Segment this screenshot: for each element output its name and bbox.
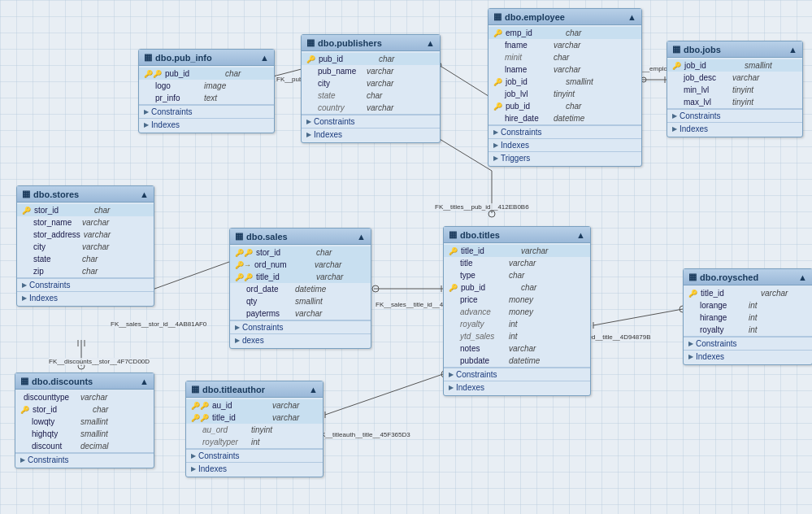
section-titles-indexes[interactable]: ▶ Indexes <box>444 381 590 394</box>
section-sales-constraints[interactable]: ▶ Constraints <box>230 320 371 333</box>
fk-label-discounts-stor: FK__discounts__stor__4F7CD00D <box>49 358 150 365</box>
table-icon-sales: ▦ <box>235 231 243 242</box>
field-roysched-title-id: 🔑 title_id varchar <box>684 287 812 299</box>
pk-icon: 🔑 <box>449 247 458 255</box>
section-jobs-constraints[interactable]: ▶ Constraints <box>667 109 802 122</box>
field-publishers-country: country varchar <box>302 102 440 114</box>
table-header-stores: ▦ dbo.stores ▲ <box>17 186 154 203</box>
svg-line-13 <box>148 262 229 291</box>
section-pub-info-constraints[interactable]: ▶ Constraints <box>139 105 274 118</box>
section-stores-indexes[interactable]: ▶ Indexes <box>17 291 154 304</box>
expand-icon: ▶ <box>688 340 693 347</box>
expand-icon: ▶ <box>306 131 311 138</box>
expand-icon: ▶ <box>144 108 149 115</box>
field-publishers-state: state char <box>302 89 440 102</box>
table-sales: ▦ dbo.sales ▲ 🔑🔑 stor_id char 🔑→ ord_num… <box>229 228 371 349</box>
section-roysched-indexes[interactable]: ▶ Indexes <box>684 350 812 363</box>
section-jobs-indexes[interactable]: ▶ Indexes <box>667 122 802 135</box>
section-pub-info-indexes[interactable]: ▶ Indexes <box>139 118 274 131</box>
table-discounts: ▦ dbo.discounts ▲ discounttype varchar 🔑… <box>15 372 154 468</box>
table-icon-employee: ▦ <box>493 11 502 22</box>
expand-icon: ▶ <box>493 155 498 162</box>
field-discounts-highqty: highqty smallint <box>15 428 154 440</box>
table-header-roysched: ▦ dbo.roysched ▲ <box>684 269 812 285</box>
table-header-publishers: ▦ dbo.publishers ▲ <box>302 35 440 51</box>
field-titleauthor-au-id: 🔑🔑 au_id varchar <box>186 399 323 412</box>
field-titles-pub-id: 🔑 pub_id char <box>444 281 590 294</box>
table-icon-jobs: ▦ <box>672 44 680 54</box>
expand-icon: ▶ <box>20 456 25 464</box>
table-jobs: ▦ dbo.jobs ▲ 🔑 job_id smallint job_desc … <box>667 41 803 137</box>
field-titles-notes: notes varchar <box>444 342 590 355</box>
field-sales-title-id: 🔑🔑 title_id varchar <box>230 271 371 283</box>
field-pub-info-pr-info: pr_info text <box>139 92 274 104</box>
fk-icon: 🔑 <box>493 102 502 111</box>
table-header-titles: ▦ dbo.titles ▲ <box>444 227 590 243</box>
table-header-jobs: ▦ dbo.jobs ▲ <box>667 41 802 58</box>
expand-icon: ▶ <box>191 452 196 460</box>
field-discounts-stor-id: 🔑 stor_id char <box>15 403 154 416</box>
pk-icon: 🔑🔑 <box>191 402 209 410</box>
field-publishers-pub-id: 🔑 pub_id char <box>302 53 440 65</box>
field-roysched-royalty: royalty int <box>684 324 812 336</box>
field-discounts-discounttype: discounttype varchar <box>15 391 154 403</box>
section-titleauthor-indexes[interactable]: ▶ Indexes <box>186 462 323 475</box>
field-stores-city: city varchar <box>17 241 154 253</box>
field-titles-title: title varchar <box>444 257 590 269</box>
expand-icon: ▶ <box>493 142 498 149</box>
pk-icon: 🔑🔑 <box>235 249 253 257</box>
section-stores-constraints[interactable]: ▶ Constraints <box>17 278 154 291</box>
table-icon-titles: ▦ <box>449 229 457 240</box>
table-icon-pub-info: ▦ <box>144 52 152 63</box>
section-sales-indexes[interactable]: ▶ dexes <box>230 333 371 346</box>
expand-icon: ▶ <box>449 384 454 391</box>
field-roysched-lorange: lorange int <box>684 299 812 311</box>
field-employee-pub-id: 🔑 pub_id char <box>489 100 641 112</box>
section-publishers-constraints[interactable]: ▶ Constraints <box>302 115 440 128</box>
field-titles-title-id: 🔑 title_id varchar <box>444 245 590 257</box>
table-publishers: ▦ dbo.publishers ▲ 🔑 pub_id char pub_nam… <box>301 34 441 143</box>
table-header-titleauthor: ▦ dbo.titleauthor ▲ <box>186 381 323 398</box>
field-titleauthor-royaltyper: royaltyper int <box>186 436 323 448</box>
section-employee-indexes[interactable]: ▶ Indexes <box>489 138 641 151</box>
field-jobs-min-lvl: min_lvl tinyint <box>667 84 802 96</box>
table-titles: ▦ dbo.titles ▲ 🔑 title_id varchar title … <box>443 226 591 396</box>
table-header-pub-info: ▦ dbo.pub_info ▲ <box>139 50 274 66</box>
field-pub-info-pub-id: 🔑🔑 pub_id char <box>139 68 274 80</box>
fk-label-sales-stor: FK__sales__stor_id__4AB81AF0 <box>111 320 206 328</box>
expand-icon: ▶ <box>191 465 196 473</box>
expand-icon: ▶ <box>449 371 454 378</box>
field-stores-stor-name: stor_name varchar <box>17 216 154 229</box>
table-icon-discounts: ▦ <box>20 376 28 386</box>
section-titles-constraints[interactable]: ▶ Constraints <box>444 368 590 381</box>
svg-line-28 <box>325 374 443 415</box>
section-publishers-indexes[interactable]: ▶ Indexes <box>302 128 440 141</box>
section-titleauthor-constraints[interactable]: ▶ Constraints <box>186 449 323 462</box>
pk-icon: 🔑🔑 <box>144 70 162 78</box>
section-employee-triggers[interactable]: ▶ Triggers <box>489 151 641 164</box>
table-roysched: ▦ dbo.roysched ▲ 🔑 title_id varchar lora… <box>683 268 812 365</box>
expand-icon: ▶ <box>688 353 693 360</box>
table-icon-publishers: ▦ <box>306 37 315 48</box>
svg-line-24 <box>593 309 683 325</box>
field-titles-royalty: royalty int <box>444 318 590 330</box>
field-employee-job-id: 🔑 job_id smallint <box>489 76 641 88</box>
field-stores-state: state char <box>17 253 154 265</box>
section-roysched-constraints[interactable]: ▶ Constraints <box>684 337 812 350</box>
sort-icon-jobs: ▲ <box>788 45 797 54</box>
expand-icon: ▶ <box>144 121 149 128</box>
expand-icon: ▶ <box>22 294 27 302</box>
field-publishers-pub-name: pub_name varchar <box>302 65 440 77</box>
section-discounts-constraints[interactable]: ▶ Constraints <box>15 453 154 466</box>
field-pub-info-logo: logo image <box>139 80 274 92</box>
field-titles-pubdate: pubdate datetime <box>444 355 590 367</box>
field-jobs-max-lvl: max_lvl tinyint <box>667 96 802 108</box>
field-sales-ord-date: ord_date datetime <box>230 283 371 295</box>
field-sales-ord-num: 🔑→ ord_num varchar <box>230 259 371 271</box>
sort-icon-stores: ▲ <box>140 189 149 199</box>
sort-icon-titles: ▲ <box>576 230 585 240</box>
expand-icon: ▶ <box>22 281 27 289</box>
section-employee-constraints[interactable]: ▶ Constraints <box>489 125 641 138</box>
field-titles-type: type char <box>444 269 590 281</box>
field-jobs-job-id: 🔑 job_id smallint <box>667 59 802 72</box>
